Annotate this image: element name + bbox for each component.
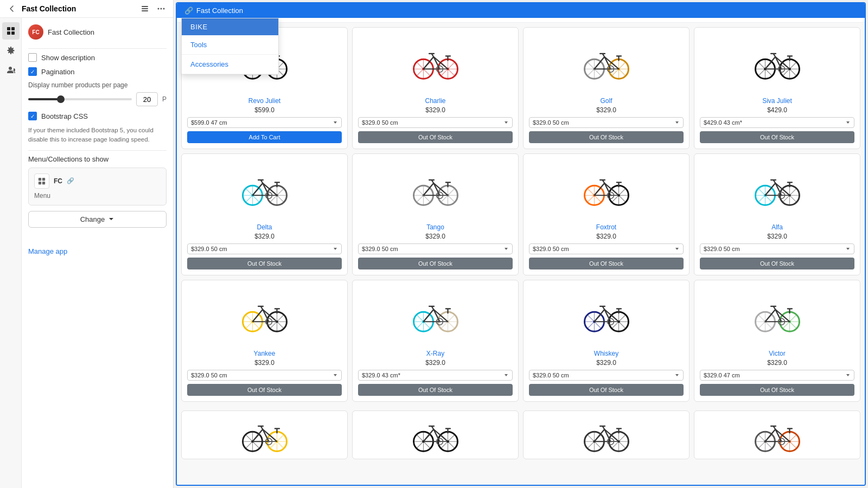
nav-item-accessories[interactable]: Accessories bbox=[182, 55, 278, 74]
show-description-checkbox[interactable] bbox=[28, 53, 37, 62]
product-card: Golf $329.0 $329.0 50 cm Out Of Stock bbox=[523, 27, 690, 149]
out-of-stock-button[interactable]: Out Of Stock bbox=[187, 258, 342, 269]
partial-product-image bbox=[187, 416, 342, 454]
slider-track[interactable] bbox=[28, 98, 132, 100]
add-to-cart-button[interactable]: Add To Cart bbox=[187, 131, 342, 143]
show-description-row: Show description bbox=[28, 53, 167, 62]
main-area: 🔗 Fast Collection BIKE Tools Accessories bbox=[176, 2, 866, 486]
product-variant-select[interactable]: $329.0 50 cm bbox=[358, 117, 513, 128]
product-name[interactable]: Whiskey bbox=[594, 350, 618, 357]
bottom-row-wrapper bbox=[177, 406, 865, 464]
out-of-stock-button[interactable]: Out Of Stock bbox=[358, 384, 513, 396]
product-variant-select[interactable]: $329.0 47 cm bbox=[700, 370, 854, 381]
out-of-stock-button[interactable]: Out Of Stock bbox=[529, 131, 684, 143]
product-variant-select[interactable]: $329.0 50 cm bbox=[187, 370, 342, 381]
product-card: Whiskey $329.0 $329.0 50 cm Out Of Stock bbox=[523, 280, 690, 402]
gear-icon-button[interactable] bbox=[2, 42, 20, 59]
svg-point-197 bbox=[781, 195, 782, 196]
more-options-button[interactable] bbox=[155, 3, 168, 14]
product-variant-select[interactable]: $329.0 50 cm bbox=[529, 117, 684, 128]
product-name[interactable]: Golf bbox=[600, 97, 612, 105]
svg-point-151 bbox=[439, 195, 441, 196]
svg-rect-10 bbox=[39, 177, 41, 180]
products-grid: Revo Juliet $599.0 $599.0 47 cm Add To C… bbox=[181, 27, 860, 402]
people-icon-button[interactable] bbox=[2, 61, 20, 79]
bootstrap-css-row: Bootstrap CSS bbox=[28, 112, 167, 120]
out-of-stock-button[interactable]: Out Of Stock bbox=[700, 258, 854, 269]
slider-thumb[interactable] bbox=[57, 95, 65, 103]
partial-product-image bbox=[358, 416, 513, 454]
product-image bbox=[358, 33, 513, 93]
out-of-stock-button[interactable]: Out Of Stock bbox=[700, 384, 854, 396]
nav-item-tools[interactable]: Tools bbox=[182, 35, 278, 55]
partial-product-card bbox=[694, 410, 860, 459]
svg-line-349 bbox=[604, 429, 618, 442]
svg-rect-12 bbox=[39, 181, 41, 184]
product-variant-select[interactable]: $599.0 47 cm bbox=[187, 117, 342, 128]
product-name[interactable]: X-Ray bbox=[426, 350, 444, 357]
main-top-bar-icon: 🔗 bbox=[184, 7, 193, 15]
product-name[interactable]: Revo Juliet bbox=[248, 97, 280, 105]
product-variant-select[interactable]: $329.0 43 cm* bbox=[358, 370, 513, 381]
left-content: FC Fast Collection Show description Pagi… bbox=[0, 18, 173, 488]
product-price: $329.0 bbox=[425, 233, 445, 240]
collection-name: Fast Collection bbox=[48, 28, 94, 36]
out-of-stock-button[interactable]: Out Of Stock bbox=[529, 384, 684, 396]
product-variant-select[interactable]: $329.0 50 cm bbox=[529, 243, 684, 254]
svg-point-82 bbox=[610, 68, 611, 70]
product-name[interactable]: Alfa bbox=[771, 223, 783, 231]
menu-box-top: FC 🔗 bbox=[34, 174, 161, 189]
product-image bbox=[187, 286, 342, 345]
product-image bbox=[700, 33, 854, 93]
svg-point-59 bbox=[439, 68, 441, 70]
product-variant-select[interactable]: $329.0 50 cm bbox=[700, 243, 854, 254]
external-link-icon[interactable]: 🔗 bbox=[67, 177, 74, 184]
out-of-stock-button[interactable]: Out Of Stock bbox=[187, 384, 342, 396]
out-of-stock-button[interactable]: Out Of Stock bbox=[358, 258, 513, 269]
product-variant-select[interactable]: $329.0 50 cm bbox=[529, 370, 684, 381]
back-button[interactable] bbox=[5, 3, 18, 14]
svg-line-280 bbox=[775, 310, 789, 322]
collection-avatar: FC bbox=[28, 24, 43, 40]
grid-icon-button[interactable] bbox=[2, 22, 20, 40]
product-price: $329.0 bbox=[425, 359, 445, 367]
product-name[interactable]: Victor bbox=[769, 350, 785, 357]
product-image bbox=[358, 159, 513, 219]
product-price: $329.0 bbox=[596, 233, 616, 240]
list-icon-button[interactable] bbox=[138, 3, 151, 14]
menu-label: Menu bbox=[34, 192, 161, 200]
pagination-checkbox[interactable] bbox=[28, 67, 37, 76]
manage-app-link[interactable]: Manage app bbox=[28, 247, 67, 255]
svg-line-50 bbox=[433, 57, 448, 69]
svg-line-188 bbox=[775, 183, 789, 196]
svg-rect-8 bbox=[7, 31, 10, 35]
product-variant-select[interactable]: $329.0 50 cm bbox=[187, 243, 342, 254]
product-name[interactable]: Foxtrot bbox=[596, 223, 616, 231]
settings-panel: FC Fast Collection Show description Pagi… bbox=[22, 18, 173, 488]
svg-point-289 bbox=[781, 321, 782, 323]
out-of-stock-button[interactable]: Out Of Stock bbox=[529, 258, 684, 269]
product-name[interactable]: Siva Juliet bbox=[762, 97, 792, 105]
product-name[interactable]: Tango bbox=[426, 223, 444, 231]
out-of-stock-button[interactable]: Out Of Stock bbox=[358, 131, 513, 143]
change-button[interactable]: Change bbox=[28, 211, 167, 228]
bootstrap-css-checkbox[interactable] bbox=[28, 112, 37, 120]
menu-icon-box bbox=[34, 174, 49, 189]
svg-line-234 bbox=[433, 310, 448, 322]
product-price: $329.0 bbox=[254, 359, 275, 367]
partial-product-card bbox=[181, 410, 348, 459]
svg-point-312 bbox=[268, 441, 270, 442]
product-variant-select[interactable]: $329.0 50 cm bbox=[358, 243, 513, 254]
svg-rect-1 bbox=[142, 8, 148, 9]
product-name[interactable]: Delta bbox=[257, 223, 272, 231]
out-of-stock-button[interactable]: Out Of Stock bbox=[700, 131, 854, 143]
product-name[interactable]: Charlie bbox=[425, 97, 445, 105]
svg-line-303 bbox=[263, 429, 277, 442]
nav-active-item[interactable]: BIKE bbox=[182, 18, 278, 35]
svg-line-73 bbox=[604, 57, 618, 69]
product-name[interactable]: Yankee bbox=[254, 350, 276, 357]
svg-point-220 bbox=[268, 321, 270, 323]
product-image bbox=[529, 33, 684, 93]
product-variant-select[interactable]: $429.0 43 cm* bbox=[700, 117, 854, 128]
slider-value[interactable]: 20 bbox=[136, 92, 158, 106]
